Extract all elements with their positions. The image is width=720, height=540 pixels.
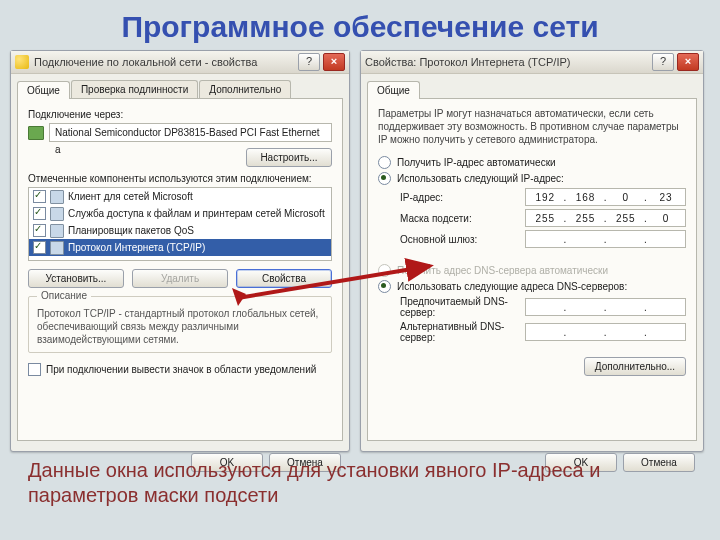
remove-button[interactable]: Удалить bbox=[132, 269, 228, 288]
checkbox-icon[interactable] bbox=[33, 190, 46, 203]
adapter-field: National Semiconductor DP83815-Based PCI… bbox=[49, 123, 332, 142]
slide-title: Программное обеспечение сети bbox=[0, 0, 720, 50]
dns1-field[interactable]: ... bbox=[525, 298, 686, 316]
tab-general[interactable]: Общие bbox=[17, 81, 70, 99]
list-item[interactable]: Планировщик пакетов QoS bbox=[29, 222, 331, 239]
component-icon bbox=[50, 207, 64, 221]
description-title: Описание bbox=[37, 290, 91, 301]
configure-button[interactable]: Настроить... bbox=[246, 148, 332, 167]
gw-label: Основной шлюз: bbox=[400, 234, 525, 245]
component-icon bbox=[50, 224, 64, 238]
window-title: Подключение по локальной сети - свойства bbox=[34, 56, 257, 68]
help-button[interactable]: ? bbox=[652, 53, 674, 71]
tcpip-properties-dialog: Свойства: Протокол Интернета (TCP/IP) ? … bbox=[360, 50, 704, 452]
components-label: Отмеченные компоненты используются этим … bbox=[28, 173, 332, 184]
info-text: Параметры IP могут назначаться автоматич… bbox=[378, 107, 686, 146]
dns2-field[interactable]: ... bbox=[525, 323, 686, 341]
tab-authentication[interactable]: Проверка подлинности bbox=[71, 80, 198, 98]
radio-icon bbox=[378, 172, 391, 185]
window-title: Свойства: Протокол Интернета (TCP/IP) bbox=[365, 56, 570, 68]
mask-label: Маска подсети: bbox=[400, 213, 525, 224]
list-item[interactable]: Клиент для сетей Microsoft bbox=[29, 188, 331, 205]
ip-label: IP-адрес: bbox=[400, 192, 525, 203]
properties-button[interactable]: Свойства bbox=[236, 269, 332, 288]
help-button[interactable]: ? bbox=[298, 53, 320, 71]
window-icon bbox=[15, 55, 29, 69]
radio-icon bbox=[378, 264, 391, 277]
mask-field[interactable]: 255.255.255.0 bbox=[525, 209, 686, 227]
connect-via-label: Подключение через: bbox=[28, 109, 332, 120]
lan-properties-dialog: Подключение по локальной сети - свойства… bbox=[10, 50, 350, 452]
component-icon bbox=[50, 190, 64, 204]
cancel-button[interactable]: Отмена bbox=[623, 453, 695, 472]
gw-field[interactable]: ... bbox=[525, 230, 686, 248]
tab-general[interactable]: Общие bbox=[367, 81, 420, 99]
radio-static-ip[interactable]: Использовать следующий IP-адрес: bbox=[378, 172, 686, 185]
radio-icon bbox=[378, 156, 391, 169]
radio-static-dns[interactable]: Использовать следующие адреса DNS-сервер… bbox=[378, 280, 686, 293]
ip-field[interactable]: 192.168.0.23 bbox=[525, 188, 686, 206]
checkbox-icon[interactable] bbox=[33, 224, 46, 237]
advanced-button[interactable]: Дополнительно... bbox=[584, 357, 686, 376]
dns1-label: Предпочитаемый DNS-сервер: bbox=[400, 296, 525, 318]
checkbox-icon[interactable] bbox=[33, 241, 46, 254]
install-button[interactable]: Установить... bbox=[28, 269, 124, 288]
list-item[interactable]: Служба доступа к файлам и принтерам сете… bbox=[29, 205, 331, 222]
component-icon bbox=[50, 241, 64, 255]
checkbox-icon[interactable] bbox=[33, 207, 46, 220]
close-button[interactable]: × bbox=[323, 53, 345, 71]
tray-checkbox[interactable] bbox=[28, 363, 41, 376]
close-button[interactable]: × bbox=[677, 53, 699, 71]
titlebar: Подключение по локальной сети - свойства… bbox=[11, 51, 349, 74]
tray-label: При подключении вывести значок в области… bbox=[46, 364, 316, 375]
radio-icon bbox=[378, 280, 391, 293]
adapter-icon bbox=[28, 126, 44, 140]
radio-auto-dns: Получить адрес DNS-сервера автоматически bbox=[378, 264, 686, 277]
components-list[interactable]: Клиент для сетей Microsoft Служба доступ… bbox=[28, 187, 332, 261]
list-item-selected[interactable]: Протокол Интернета (TCP/IP) bbox=[29, 239, 331, 256]
radio-auto-ip[interactable]: Получить IP-адрес автоматически bbox=[378, 156, 686, 169]
description-text: Протокол TCP/IP - стандартный протокол г… bbox=[37, 307, 323, 346]
titlebar: Свойства: Протокол Интернета (TCP/IP) ? … bbox=[361, 51, 703, 74]
description-group: Описание Протокол TCP/IP - стандартный п… bbox=[28, 296, 332, 353]
tab-advanced[interactable]: Дополнительно bbox=[199, 80, 291, 98]
dns2-label: Альтернативный DNS-сервер: bbox=[400, 321, 525, 343]
